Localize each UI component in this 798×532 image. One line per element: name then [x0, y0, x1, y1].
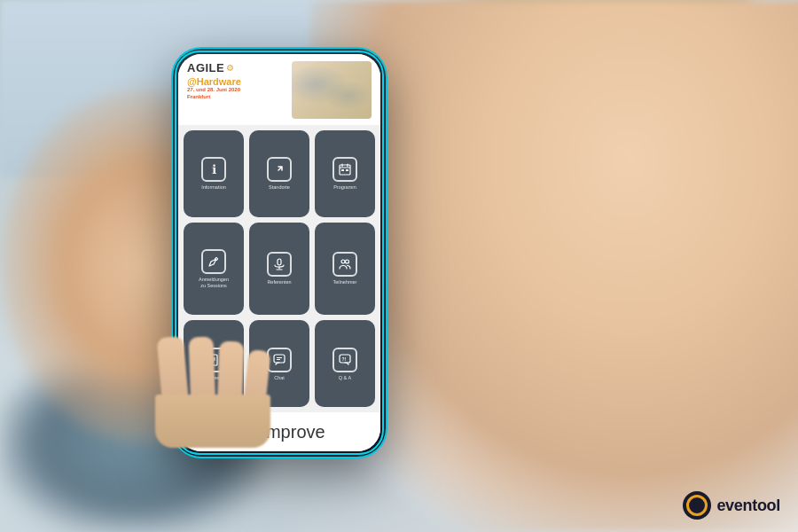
- event-date: 27. und 28. Juni 2020 Frankfurt: [187, 87, 285, 101]
- teilnehmer-label: Teilnehmer: [333, 279, 357, 286]
- svg-point-11: [346, 260, 349, 263]
- programm-label: Programm: [333, 184, 356, 191]
- logo-agile-text: AGILE: [187, 61, 224, 74]
- eventool-text: eventool: [716, 497, 780, 515]
- tile-anmeldungen[interactable]: Anmeldungen zu Sessions: [184, 223, 244, 316]
- information-label: Information: [201, 184, 226, 191]
- anmeldungen-label: Anmeldungen zu Sessions: [199, 277, 229, 289]
- svg-rect-5: [346, 169, 348, 171]
- svg-rect-4: [341, 169, 344, 171]
- svg-rect-0: [340, 165, 350, 175]
- palm: [155, 395, 270, 448]
- eventool-logo: eventool: [683, 491, 780, 520]
- eventool-icon: [683, 491, 711, 520]
- logo-title: AGILE ⚙: [187, 61, 285, 74]
- hand: [151, 337, 328, 479]
- standorte-icon: [267, 157, 292, 182]
- logo-hardware-text: @Hardware: [187, 76, 285, 87]
- svg-rect-7: [278, 259, 281, 265]
- tile-programm[interactable]: Programm: [315, 130, 375, 217]
- map-decoration: [292, 61, 372, 119]
- qa-label: Q & A: [339, 375, 351, 381]
- tile-referenten[interactable]: Referenten: [249, 223, 309, 316]
- tile-teilnehmer[interactable]: Teilnehmer: [315, 223, 375, 316]
- date-line1: 27. und 28. Juni 2020: [187, 87, 240, 92]
- app-header: AGILE ⚙ @Hardware 27. und 28. Juni 2020 …: [178, 54, 380, 125]
- person-background: [0, 0, 798, 532]
- tile-standorte[interactable]: Standorte: [249, 130, 309, 217]
- date-line2: Frankfurt: [187, 94, 210, 99]
- programm-icon: [332, 157, 357, 182]
- svg-point-10: [341, 260, 345, 263]
- logo-gear-icon: ⚙: [226, 63, 234, 73]
- qa-icon: ?!: [332, 348, 357, 372]
- anmeldungen-icon: [201, 249, 226, 274]
- teilnehmer-icon: [332, 252, 357, 277]
- tile-information[interactable]: ℹ Information: [184, 130, 244, 217]
- header-map: [292, 61, 372, 119]
- standorte-label: Standorte: [269, 184, 290, 191]
- app-logo: AGILE ⚙ @Hardware 27. und 28. Juni 2020 …: [187, 61, 285, 101]
- referenten-label: Referenten: [267, 279, 291, 286]
- svg-text:?!: ?!: [342, 356, 347, 361]
- information-icon: ℹ: [201, 157, 226, 182]
- referenten-icon: [267, 252, 292, 277]
